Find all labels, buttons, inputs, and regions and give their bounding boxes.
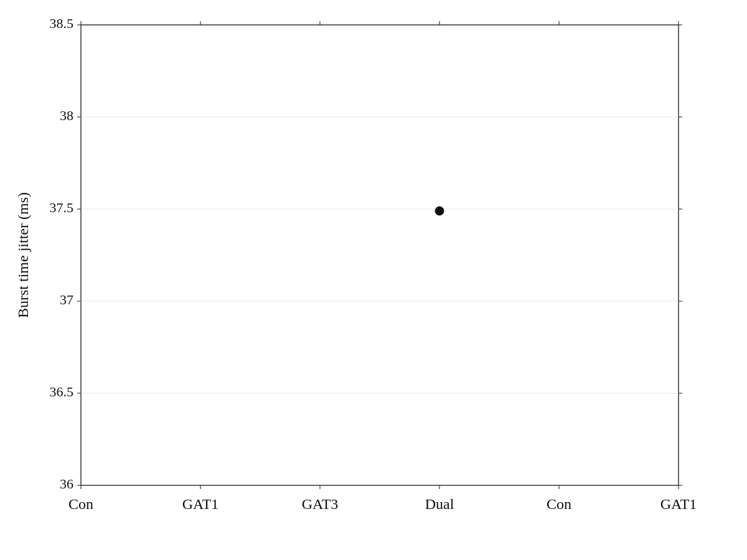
svg-text:38: 38 — [60, 108, 73, 123]
data-point — [435, 207, 444, 215]
svg-text:37: 37 — [60, 292, 73, 307]
scatter-chart: 3636.53737.53838.5ConGAT1GAT3DualConGAT1… — [0, 0, 747, 560]
svg-text:GAT3: GAT3 — [302, 496, 339, 512]
chart-container: 3636.53737.53838.5ConGAT1GAT3DualConGAT1… — [0, 0, 747, 560]
svg-text:Dual: Dual — [425, 496, 454, 512]
svg-text:37.5: 37.5 — [50, 200, 74, 215]
svg-text:Burst time jitter (ms): Burst time jitter (ms) — [15, 192, 31, 318]
svg-text:36.5: 36.5 — [50, 384, 74, 399]
svg-rect-0 — [81, 25, 679, 485]
svg-text:GAT1: GAT1 — [660, 496, 697, 512]
svg-text:Con: Con — [68, 496, 93, 512]
svg-text:38.5: 38.5 — [50, 16, 74, 31]
svg-text:Con: Con — [547, 496, 571, 512]
svg-text:36: 36 — [60, 476, 73, 492]
svg-text:GAT1: GAT1 — [182, 496, 219, 512]
